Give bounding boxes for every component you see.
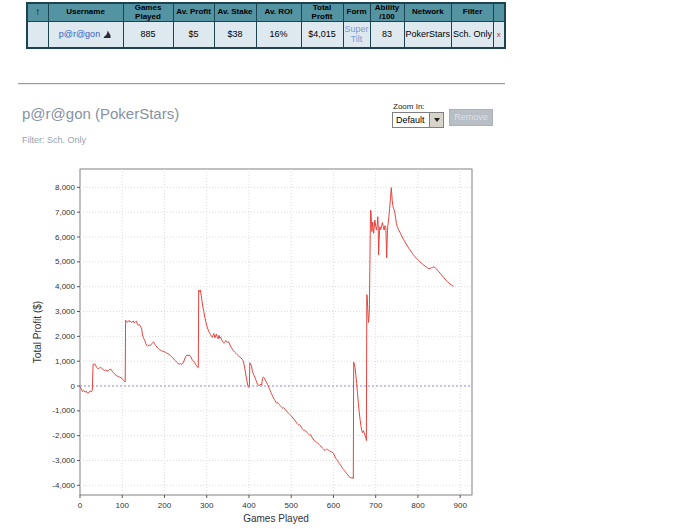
profit-chart-svg: 0100200300400500600700800900-4,000-3,000… bbox=[30, 165, 495, 527]
cell-av-roi: 16% bbox=[256, 22, 301, 48]
svg-text:7,000: 7,000 bbox=[55, 208, 76, 217]
svg-text:6,000: 6,000 bbox=[55, 233, 76, 242]
col-network[interactable]: Network bbox=[404, 3, 452, 22]
col-av-roi[interactable]: Av. ROI bbox=[256, 3, 301, 22]
svg-text:Total Profit ($): Total Profit ($) bbox=[32, 301, 43, 363]
profit-chart: 0100200300400500600700800900-4,000-3,000… bbox=[30, 165, 495, 527]
svg-text:600: 600 bbox=[327, 501, 341, 510]
svg-text:-1,000: -1,000 bbox=[52, 406, 75, 415]
svg-text:400: 400 bbox=[242, 501, 256, 510]
svg-text:-4,000: -4,000 bbox=[52, 481, 75, 490]
svg-text:5,000: 5,000 bbox=[55, 257, 76, 266]
svg-text:8,000: 8,000 bbox=[55, 183, 76, 192]
page-title: p@r@gon (PokerStars) bbox=[22, 105, 179, 122]
zoom-select-value: Default bbox=[393, 115, 429, 125]
svg-text:-3,000: -3,000 bbox=[52, 456, 75, 465]
cell-network: PokerStars bbox=[404, 22, 452, 48]
cell-total-profit: $4,015 bbox=[301, 22, 343, 48]
col-form[interactable]: Form bbox=[343, 3, 370, 22]
zoom-in-label: Zoom In: bbox=[393, 102, 425, 111]
col-av-stake[interactable]: Av. Stake bbox=[214, 3, 256, 22]
section-divider bbox=[18, 83, 505, 85]
cell-av-stake: $38 bbox=[214, 22, 256, 48]
table-row: p@r@gon 885 $5 $38 16% $4,015 Super Tilt… bbox=[27, 22, 505, 48]
col-filter[interactable]: Filter bbox=[452, 3, 494, 22]
svg-text:3,000: 3,000 bbox=[55, 307, 76, 316]
svg-text:1,000: 1,000 bbox=[55, 357, 76, 366]
svg-text:0: 0 bbox=[78, 501, 83, 510]
svg-text:Games Played: Games Played bbox=[243, 513, 309, 524]
svg-text:200: 200 bbox=[158, 501, 172, 510]
svg-text:900: 900 bbox=[453, 501, 467, 510]
remove-button[interactable]: Remove bbox=[449, 109, 493, 126]
zoom-select[interactable]: Default bbox=[392, 112, 444, 128]
username-link[interactable]: p@r@gon bbox=[59, 29, 100, 39]
col-ability[interactable]: Ability /100 bbox=[370, 3, 404, 22]
form-link[interactable]: Super Tilt bbox=[345, 24, 369, 44]
dropdown-button[interactable] bbox=[429, 113, 443, 127]
results-table: ↑ Username Games Played Av. Profit Av. S… bbox=[26, 2, 506, 49]
svg-text:2,000: 2,000 bbox=[55, 332, 76, 341]
cell-remove: x bbox=[494, 22, 505, 48]
col-username[interactable]: Username bbox=[48, 3, 123, 22]
svg-text:100: 100 bbox=[116, 501, 130, 510]
filter-label: Filter: Sch. Only bbox=[22, 135, 86, 145]
sort-column-header[interactable]: ↑ bbox=[27, 3, 48, 22]
col-av-profit[interactable]: Av. Profit bbox=[173, 3, 214, 22]
remove-row-link[interactable]: x bbox=[497, 30, 501, 39]
svg-text:800: 800 bbox=[411, 501, 425, 510]
cell-ability: 83 bbox=[370, 22, 404, 48]
svg-text:500: 500 bbox=[285, 501, 299, 510]
table-header-row: ↑ Username Games Played Av. Profit Av. S… bbox=[27, 3, 505, 22]
svg-text:4,000: 4,000 bbox=[55, 282, 76, 291]
svg-text:0: 0 bbox=[71, 382, 76, 391]
col-games-played[interactable]: Games Played bbox=[123, 3, 173, 22]
cell-games-played: 885 bbox=[123, 22, 173, 48]
col-total-profit[interactable]: Total Profit bbox=[301, 3, 343, 22]
cell-av-profit: $5 bbox=[173, 22, 214, 48]
player-badge-icon bbox=[102, 29, 112, 39]
svg-text:300: 300 bbox=[200, 501, 214, 510]
cell-form: Super Tilt bbox=[343, 22, 370, 48]
svg-text:700: 700 bbox=[369, 501, 383, 510]
svg-text:-2,000: -2,000 bbox=[52, 431, 75, 440]
cell-filter: Sch. Only bbox=[452, 22, 494, 48]
cell-sort bbox=[27, 22, 48, 48]
sort-up-icon: ↑ bbox=[35, 6, 40, 17]
chevron-down-icon bbox=[434, 118, 440, 122]
cell-username: p@r@gon bbox=[48, 22, 123, 48]
col-remove bbox=[494, 3, 505, 22]
